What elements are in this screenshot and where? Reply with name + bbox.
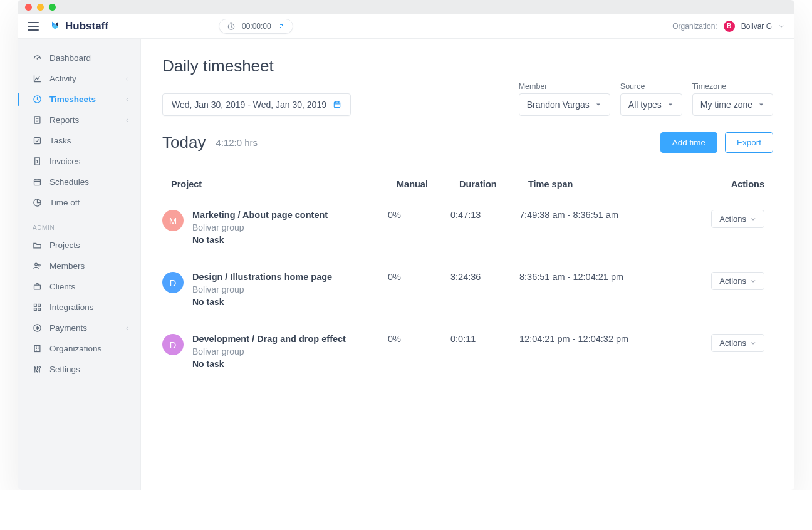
- filters-row: Wed, Jan 30, 2019 - Wed, Jan 30, 2019 Me…: [162, 82, 773, 116]
- close-window-button[interactable]: [25, 4, 32, 11]
- sidebar-item-schedules[interactable]: Schedules: [18, 172, 140, 192]
- coin-icon: [33, 323, 42, 333]
- sidebar-item-integrations[interactable]: Integrations: [18, 297, 140, 318]
- sidebar-item-reports[interactable]: Reports: [18, 110, 140, 130]
- project-client: Bolivar group: [192, 284, 332, 294]
- sidebar-item-clients[interactable]: Clients: [18, 276, 140, 297]
- actions-label: Actions: [719, 276, 746, 286]
- sidebar-item-projects[interactable]: Projects: [18, 235, 140, 256]
- app-window: Hubstaff 00:00:00 Organization: B Boliva…: [18, 0, 794, 490]
- select-value: Brandon Vargas: [527, 100, 590, 110]
- sidebar-item-tasks[interactable]: Tasks: [18, 130, 140, 151]
- th-project: Project: [171, 179, 397, 189]
- cell-manual: 0%: [388, 210, 450, 220]
- svg-rect-10: [34, 285, 41, 289]
- svg-rect-11: [34, 304, 37, 307]
- svg-point-19: [39, 366, 41, 368]
- sidebar: Dashboard Activity Timesheets Reports Ta…: [18, 39, 141, 490]
- sidebar-item-members[interactable]: Members: [18, 256, 140, 276]
- project-task: No task: [192, 235, 328, 245]
- org-label: Organization:: [672, 22, 717, 31]
- menu-toggle-button[interactable]: [28, 22, 39, 31]
- sidebar-item-dashboard[interactable]: Dashboard: [18, 48, 140, 68]
- th-actions: Actions: [689, 179, 764, 189]
- th-timespan: Time span: [528, 179, 689, 189]
- timer-widget[interactable]: 00:00:00: [219, 19, 293, 34]
- sidebar-item-label: Projects: [49, 241, 80, 250]
- row-actions-button[interactable]: Actions: [711, 272, 764, 290]
- cell-manual: 0%: [388, 334, 450, 344]
- project-avatar: M: [162, 210, 184, 231]
- today-title: Today: [162, 133, 206, 152]
- svg-rect-4: [34, 138, 41, 144]
- sidebar-item-label: Tasks: [49, 136, 71, 145]
- sidebar-item-payments[interactable]: Payments: [18, 318, 140, 338]
- add-time-button[interactable]: Add time: [660, 132, 717, 153]
- building-icon: [33, 344, 42, 353]
- cell-duration: 3:24:36: [450, 272, 519, 282]
- date-range-picker[interactable]: Wed, Jan 30, 2019 - Wed, Jan 30, 2019: [162, 93, 351, 116]
- source-select[interactable]: All types: [620, 93, 682, 116]
- row-actions-button[interactable]: Actions: [711, 334, 764, 352]
- cell-duration: 0:47:13: [450, 210, 519, 220]
- calendar-icon: [333, 100, 341, 109]
- project-name: Marketing / About page content: [192, 210, 328, 220]
- member-select[interactable]: Brandon Vargas: [519, 93, 610, 116]
- table-header: Project Manual Duration Time span Action…: [162, 172, 773, 197]
- actions-label: Actions: [719, 214, 746, 224]
- svg-point-9: [38, 264, 40, 266]
- export-button[interactable]: Export: [725, 132, 773, 153]
- project-client: Bolivar group: [192, 222, 328, 232]
- maximize-window-button[interactable]: [49, 4, 56, 11]
- svg-rect-13: [34, 308, 37, 311]
- org-switcher[interactable]: Organization: B Bolivar G: [672, 21, 784, 32]
- chevron-down-icon: [750, 216, 756, 222]
- project-name: Design / Illustrations home page: [192, 272, 332, 282]
- chevron-left-icon: [124, 96, 130, 103]
- today-row: Today 4:12:0 hrs Add time Export: [162, 132, 773, 153]
- project-task: No task: [192, 297, 332, 307]
- cell-manual: 0%: [388, 272, 450, 282]
- row-actions-button[interactable]: Actions: [711, 210, 764, 228]
- sidebar-item-timesheets[interactable]: Timesheets: [18, 89, 140, 110]
- filter-label: Member: [519, 82, 610, 91]
- brand[interactable]: Hubstaff: [49, 20, 108, 33]
- main-content: Daily timesheet Wed, Jan 30, 2019 - Wed,…: [141, 39, 794, 490]
- brand-name: Hubstaff: [65, 20, 108, 33]
- org-user-name: Bolivar G: [741, 22, 772, 31]
- sidebar-item-label: Payments: [49, 323, 87, 333]
- calendar-icon: [33, 177, 42, 187]
- sidebar-item-invoices[interactable]: Invoices: [18, 151, 140, 172]
- filter-label: Source: [620, 82, 682, 91]
- svg-rect-16: [34, 346, 40, 352]
- svg-rect-6: [34, 179, 41, 185]
- caret-down-icon: [757, 101, 765, 108]
- th-manual: Manual: [397, 179, 459, 189]
- svg-point-8: [35, 263, 38, 266]
- sidebar-item-timeoff[interactable]: Time off: [18, 192, 140, 213]
- org-avatar: B: [724, 21, 735, 32]
- sidebar-item-activity[interactable]: Activity: [18, 68, 140, 89]
- pie-icon: [33, 198, 42, 207]
- th-duration: Duration: [459, 179, 528, 189]
- sidebar-item-organizations[interactable]: Organizations: [18, 338, 140, 359]
- filter-member: Member Brandon Vargas: [519, 82, 610, 116]
- sliders-icon: [33, 365, 42, 374]
- table-row: M Marketing / About page content Bolivar…: [162, 197, 773, 259]
- actions-label: Actions: [719, 338, 746, 348]
- project-task: No task: [192, 359, 346, 369]
- timezone-select[interactable]: My time zone: [692, 93, 773, 116]
- select-value: My time zone: [700, 100, 752, 110]
- grid-icon: [33, 303, 42, 312]
- select-value: All types: [628, 100, 662, 110]
- svg-rect-14: [38, 308, 41, 311]
- minimize-window-button[interactable]: [37, 4, 44, 11]
- caret-down-icon: [667, 101, 674, 108]
- sidebar-item-label: Settings: [49, 365, 80, 374]
- chevron-down-icon: [750, 340, 756, 346]
- sidebar-item-label: Members: [49, 261, 85, 271]
- window-titlebar: [18, 0, 794, 14]
- sidebar-item-settings[interactable]: Settings: [18, 359, 140, 380]
- chart-line-icon: [33, 74, 42, 83]
- sidebar-item-label: Schedules: [49, 177, 89, 187]
